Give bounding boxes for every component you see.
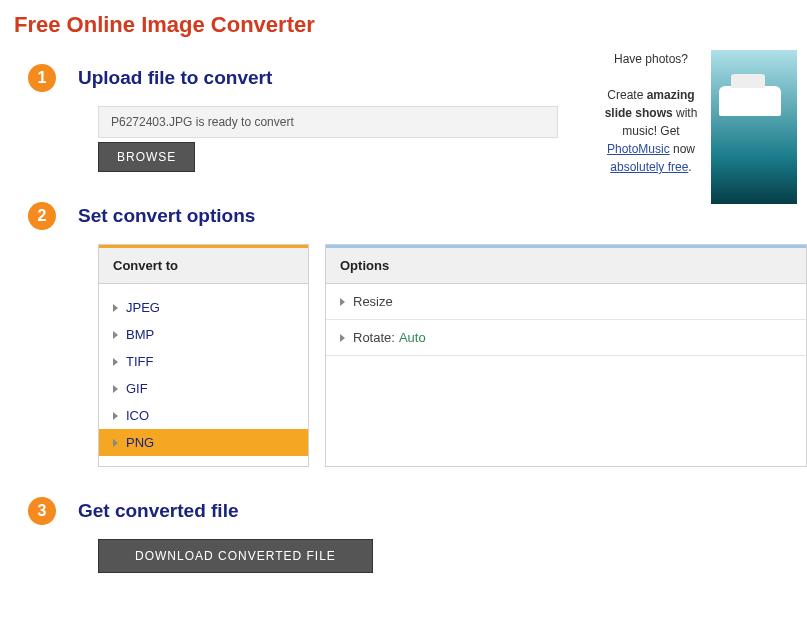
format-label: GIF <box>126 381 148 396</box>
step-1-title: Upload file to convert <box>78 67 272 89</box>
option-item-1[interactable]: Rotate: Auto <box>326 320 806 356</box>
convert-to-panel: Convert to JPEGBMPTIFFGIFICOPNG <box>98 244 309 467</box>
page-title: Free Online Image Converter <box>14 12 807 38</box>
chevron-right-icon <box>340 334 345 342</box>
options-header: Options <box>326 245 806 284</box>
download-button[interactable]: DOWNLOAD CONVERTED FILE <box>98 539 373 573</box>
option-label: Resize <box>353 294 393 309</box>
step-3: 3 Get converted file DOWNLOAD CONVERTED … <box>14 497 807 573</box>
format-label: JPEG <box>126 300 160 315</box>
step-3-badge: 3 <box>28 497 56 525</box>
format-item-png[interactable]: PNG <box>99 429 308 456</box>
step-3-title: Get converted file <box>78 500 239 522</box>
step-2-title: Set convert options <box>78 205 255 227</box>
step-1: 1 Upload file to convert P6272403.JPG is… <box>14 64 807 172</box>
chevron-right-icon <box>113 412 118 420</box>
chevron-right-icon <box>113 385 118 393</box>
chevron-right-icon <box>113 331 118 339</box>
chevron-right-icon <box>340 298 345 306</box>
convert-to-header: Convert to <box>99 245 308 284</box>
format-item-bmp[interactable]: BMP <box>99 321 308 348</box>
chevron-right-icon <box>113 304 118 312</box>
format-item-gif[interactable]: GIF <box>99 375 308 402</box>
format-item-ico[interactable]: ICO <box>99 402 308 429</box>
option-label: Rotate: <box>353 330 395 345</box>
format-label: PNG <box>126 435 154 450</box>
browse-button[interactable]: BROWSE <box>98 142 195 172</box>
step-2: 2 Set convert options Convert to JPEGBMP… <box>14 202 807 467</box>
chevron-right-icon <box>113 439 118 447</box>
format-item-tiff[interactable]: TIFF <box>99 348 308 375</box>
step-1-badge: 1 <box>28 64 56 92</box>
chevron-right-icon <box>113 358 118 366</box>
step-2-badge: 2 <box>28 202 56 230</box>
format-label: ICO <box>126 408 149 423</box>
format-label: TIFF <box>126 354 153 369</box>
upload-status: P6272403.JPG is ready to convert <box>98 106 558 138</box>
option-item-0[interactable]: Resize <box>326 284 806 320</box>
options-panel: Options ResizeRotate: Auto <box>325 244 807 467</box>
format-label: BMP <box>126 327 154 342</box>
format-item-jpeg[interactable]: JPEG <box>99 294 308 321</box>
option-value: Auto <box>399 330 426 345</box>
